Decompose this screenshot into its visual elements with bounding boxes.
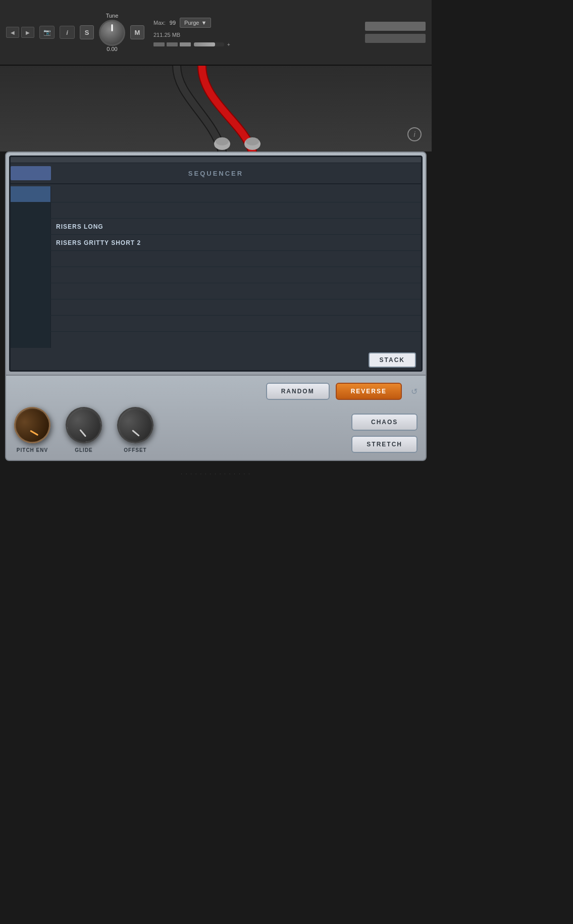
stack-button[interactable]: STACK <box>369 352 416 368</box>
reverse-button[interactable]: REVERSE <box>336 383 402 400</box>
seq-row-10-left <box>11 332 51 348</box>
seq-row-7-left <box>11 283 51 299</box>
pitch-env-label: PITCH ENV <box>17 447 48 453</box>
seq-row-3-left <box>11 219 51 234</box>
seq-row-9[interactable] <box>11 316 421 332</box>
plus-label: + <box>227 42 230 47</box>
controls-bottom-row: PITCH ENV GLIDE OFFSET CHAOS STRETCH <box>14 407 418 453</box>
pitch-env-group: PITCH ENV <box>14 407 50 453</box>
m-button[interactable]: M <box>130 25 144 39</box>
info-icon[interactable]: i <box>407 127 422 141</box>
seq-row-3-content: RISERS LONG <box>51 223 421 230</box>
top-row-buttons: RANDOM REVERSE ↺ <box>14 383 418 400</box>
seq-row-4[interactable]: RISERS GRITTY SHORT 2 <box>11 235 421 251</box>
cables-svg <box>0 66 432 151</box>
tune-knob[interactable] <box>99 20 125 46</box>
seq-row-6[interactable] <box>11 267 421 283</box>
seq-row-3[interactable]: RISERS LONG <box>11 219 421 235</box>
seq-row-2[interactable] <box>11 202 421 219</box>
purge-button[interactable]: Purge ▼ <box>180 18 211 28</box>
offset-group: OFFSET <box>117 407 153 453</box>
pitch-env-knob[interactable] <box>8 400 57 450</box>
bottom-controls: RANDOM REVERSE ↺ PITCH ENV GLIDE OFFSET … <box>5 376 427 461</box>
right-buttons: CHAOS STRETCH <box>351 414 418 453</box>
svg-point-1 <box>216 137 229 145</box>
sequencer-title: SEQUENCER <box>51 170 381 177</box>
seq-row-10[interactable] <box>11 332 421 348</box>
nav-next-button[interactable]: ▶ <box>21 27 34 38</box>
info-button[interactable]: i <box>60 26 75 39</box>
seq-row-1[interactable] <box>11 186 421 202</box>
glide-group: GLIDE <box>66 407 102 453</box>
seq-row-4-content: RISERS GRITTY SHORT 2 <box>51 239 421 246</box>
sequence-list: RISERS LONG RISERS GRITTY SHORT 2 <box>11 184 421 350</box>
offset-label: OFFSET <box>124 447 146 453</box>
memory-display: 211.25 MB <box>153 32 360 38</box>
tune-value: 0.00 <box>107 46 117 52</box>
s-button[interactable]: S <box>80 25 94 39</box>
seq-bottom: STACK <box>11 350 421 370</box>
level-bars <box>153 42 191 46</box>
screen-top-bar <box>11 157 421 163</box>
sequencer-screen: SEQUENCER RISERS LONG <box>9 156 423 372</box>
seq-row-5-left <box>11 251 51 267</box>
stretch-button[interactable]: STRETCH <box>351 436 418 453</box>
header-tab-left <box>11 166 51 180</box>
footer-text: · · · · · · · · · · · · · · · <box>181 471 251 477</box>
volume-slider[interactable] <box>194 42 224 46</box>
nav-arrows: ◀ ▶ <box>6 27 34 38</box>
seq-row-5[interactable] <box>11 251 421 267</box>
svg-point-3 <box>246 137 259 145</box>
seq-row-6-left <box>11 267 51 283</box>
glide-label: GLIDE <box>75 447 93 453</box>
seq-row-8-left <box>11 299 51 315</box>
bottom-footer: · · · · · · · · · · · · · · · <box>0 461 432 486</box>
seq-row-4-left <box>11 235 51 250</box>
seq-row-9-left <box>11 316 51 331</box>
seq-row-8[interactable] <box>11 299 421 316</box>
reset-icon[interactable]: ↺ <box>411 387 418 396</box>
max-value: 99 <box>170 20 176 26</box>
screen-header: SEQUENCER <box>11 163 421 183</box>
sequencer-panel: SEQUENCER RISERS LONG <box>5 151 427 376</box>
tune-knob-area: Tune 0.00 <box>99 13 125 52</box>
nav-prev-button[interactable]: ◀ <box>6 27 19 38</box>
top-right-meters <box>365 22 426 43</box>
chaos-button[interactable]: CHAOS <box>351 414 418 431</box>
camera-icon[interactable]: 📷 <box>39 26 55 39</box>
max-label: Max: <box>153 20 166 26</box>
glide-knob[interactable] <box>63 404 105 446</box>
daw-top-bar: ◀ ▶ 📷 i S Tune 0.00 M Max: 99 Purge ▼ 21… <box>0 0 432 66</box>
seq-row-7[interactable] <box>11 283 421 299</box>
tune-label: Tune <box>106 13 119 19</box>
random-button[interactable]: RANDOM <box>266 383 330 400</box>
offset-knob[interactable] <box>112 402 159 448</box>
seq-row-2-left <box>11 202 51 218</box>
seq-row-1-left <box>11 186 51 202</box>
cable-area: i <box>0 66 432 151</box>
